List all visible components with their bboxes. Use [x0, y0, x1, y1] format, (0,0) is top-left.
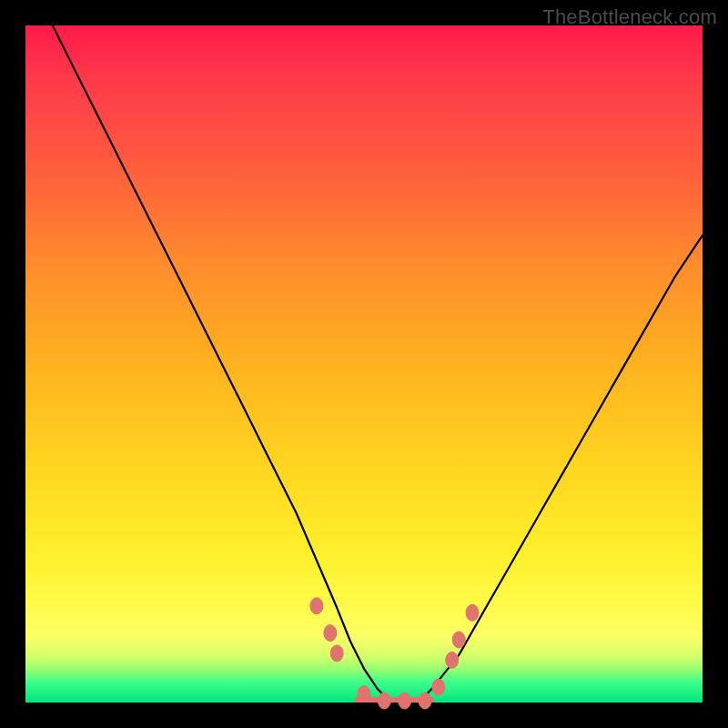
- curve-marker: [419, 693, 431, 709]
- marker-group: [310, 598, 479, 709]
- plot-area: [25, 25, 703, 703]
- curve-marker: [446, 652, 459, 668]
- chart-frame: TheBottleneck.com: [0, 0, 728, 728]
- curve-marker: [330, 645, 343, 662]
- watermark-text: TheBottleneck.com: [542, 5, 717, 29]
- curve-marker: [466, 604, 479, 621]
- curve-marker: [452, 632, 465, 648]
- curve-marker: [310, 598, 323, 614]
- curve-marker: [378, 693, 390, 709]
- bottleneck-curve: [53, 25, 703, 703]
- curve-marker: [358, 686, 370, 703]
- curve-marker: [432, 679, 445, 695]
- curve-marker: [324, 625, 337, 642]
- bottleneck-chart-svg: [25, 25, 703, 703]
- curve-marker: [399, 693, 411, 709]
